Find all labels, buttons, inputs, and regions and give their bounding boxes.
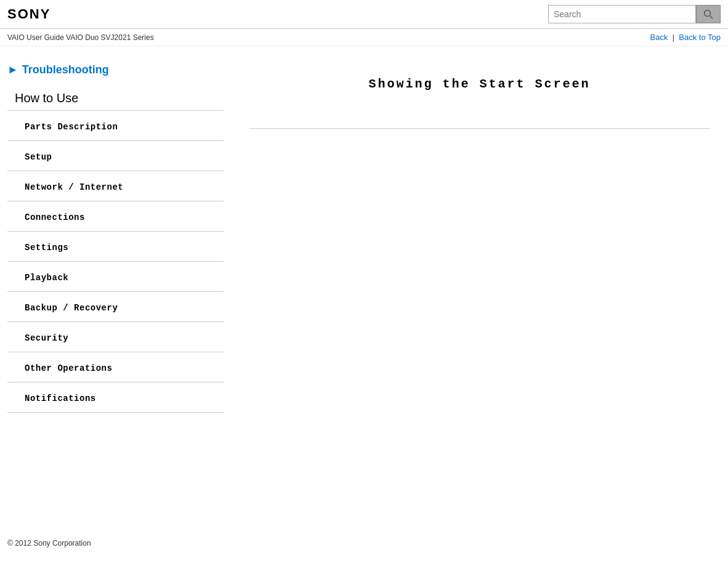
sidebar-item-backup-recovery[interactable]: Backup / Recovery [7,292,224,322]
sidebar-item-playback[interactable]: Playback [7,262,224,292]
breadcrumb-bar: VAIO User Guide VAIO Duo SVJ2021 Series … [0,29,728,46]
search-input[interactable] [548,5,696,23]
svg-point-0 [705,10,711,17]
sidebar-item-security[interactable]: Security [7,322,224,352]
nav-links: Back | Back to Top [650,33,721,42]
troubleshooting-heading[interactable]: ► Troubleshooting [0,59,231,86]
troubleshooting-label: Troubleshooting [22,63,109,76]
sidebar-item-network-internet[interactable]: Network / Internet [7,171,224,201]
back-to-top-link[interactable]: Back to Top [679,33,721,42]
search-button[interactable] [696,5,721,23]
page-title: Showing the Start Screen [249,77,710,91]
content-divider [249,128,710,129]
sidebar-item-settings[interactable]: Settings [7,232,224,262]
svg-line-1 [710,16,713,19]
sony-logo: SONY [7,6,51,22]
content-area: Showing the Start Screen [231,46,728,425]
sidebar-item-notifications[interactable]: Notifications [7,382,224,413]
footer: © 2012 Sony Corporation [0,527,99,560]
search-area [548,5,721,23]
header: SONY [0,0,728,29]
sidebar-item-connections[interactable]: Connections [7,201,224,232]
main-layout: ► Troubleshooting How to Use Parts Descr… [0,46,728,425]
how-to-use-heading: How to Use [7,86,224,111]
sidebar-item-other-operations[interactable]: Other Operations [7,352,224,382]
sidebar: ► Troubleshooting How to Use Parts Descr… [0,46,231,425]
chevron-right-icon: ► [7,63,18,76]
search-icon [703,9,713,19]
guide-text: VAIO User Guide VAIO Duo SVJ2021 Series [7,33,154,42]
copyright-text: © 2012 Sony Corporation [7,539,91,548]
sidebar-item-setup[interactable]: Setup [7,141,224,171]
logo-area: SONY [7,6,51,22]
nav-separator: | [673,33,674,42]
back-link[interactable]: Back [650,33,668,42]
sidebar-item-parts-description[interactable]: Parts Description [7,111,224,141]
